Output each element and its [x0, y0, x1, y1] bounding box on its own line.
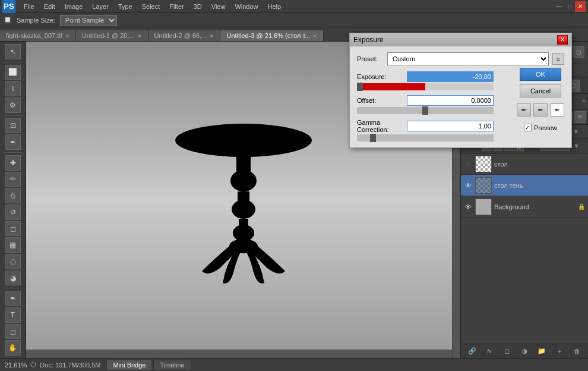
tab-label: Untitled-1 @ 20,... [82, 32, 135, 39]
fx-button[interactable]: fx [483, 346, 495, 357]
new-layer-button[interactable]: + [554, 346, 565, 357]
blur-tool[interactable]: ◌ [5, 254, 21, 269]
eyedropper-tool[interactable]: ✒ [5, 134, 21, 150]
menu-type[interactable]: Type [113, 2, 137, 11]
exposure-slider[interactable] [357, 83, 494, 90]
timeline-tab[interactable]: Timeline [153, 360, 191, 370]
preview-checkbox[interactable]: ✓ [524, 124, 532, 131]
exposure-dialog: Exposure ✕ OK Cancel ✒ ✒ ✒ ✓ Preview [349, 33, 572, 148]
folder-button[interactable]: 📁 [536, 346, 548, 357]
eyedropper-gray[interactable]: ✒ [533, 103, 548, 117]
layer-item-background[interactable]: 👁 Background 🔒 [461, 196, 588, 218]
opacity-arrow: ▼ [573, 128, 579, 135]
layer-visibility-stol-ten[interactable]: 👁 [463, 181, 473, 190]
menu-view[interactable]: View [207, 2, 230, 11]
layer-name-stol-ten: стол тень [494, 182, 586, 189]
lasso-tool[interactable]: ⌇ [5, 81, 21, 96]
shape-tool[interactable]: ◻ [5, 324, 21, 339]
menu-edit[interactable]: Edit [39, 2, 60, 11]
menu-window[interactable]: Window [230, 2, 263, 11]
menu-image[interactable]: Image [60, 2, 88, 11]
svg-point-4 [232, 200, 255, 219]
offset-slider[interactable] [357, 107, 494, 114]
close-button[interactable]: ✕ [575, 1, 586, 12]
tab-untitled1[interactable]: Untitled-1 @ 20,... ✕ [76, 30, 148, 41]
menu-file[interactable]: File [19, 2, 39, 11]
mask-button[interactable]: ◻ [501, 346, 513, 357]
brush-tool[interactable]: ✏ [5, 172, 21, 187]
panel-menu-icon[interactable]: ≡ [580, 94, 588, 109]
menu-layer[interactable]: Layer [87, 2, 113, 11]
preset-menu-button[interactable]: ≡ [552, 53, 564, 65]
panel-icon-9[interactable]: ⬡ [573, 46, 584, 58]
gamma-input[interactable] [407, 121, 494, 131]
maximize-button[interactable]: □ [564, 1, 575, 12]
text-tool[interactable]: T [5, 307, 21, 323]
dodge-tool[interactable]: ◕ [5, 271, 21, 286]
cancel-button[interactable]: Cancel [520, 84, 561, 98]
eraser-tool[interactable]: ◻ [5, 221, 21, 237]
preset-select[interactable]: Custom [387, 52, 549, 65]
svg-point-6 [233, 225, 254, 241]
horizontal-scrollbar[interactable] [26, 350, 452, 358]
zoom-icon: ⬡ [30, 361, 36, 369]
menu-filter[interactable]: Filter [165, 2, 188, 11]
layer-item-stol[interactable]: 👁 стол [461, 153, 588, 175]
gamma-slider[interactable] [357, 134, 494, 142]
layers-list: 👁 стол 👁 стол тень 👁 Background 🔒 [461, 153, 588, 344]
status-bar: 21,61% ⬡ Doc: 101,7M/300,5M Mini Bridge … [0, 358, 588, 371]
menu-items: File Edit Image Layer Type Select Filter… [19, 2, 286, 11]
sample-size-select[interactable]: Point Sample [60, 15, 117, 26]
dialog-body: OK Cancel ✒ ✒ ✒ ✓ Preview Preset: Custom [350, 46, 571, 147]
offset-input[interactable] [407, 95, 494, 106]
healing-brush[interactable]: ✚ [5, 155, 21, 171]
adjustment-button[interactable]: ◑ [519, 346, 530, 357]
delete-layer-button[interactable]: 🗑 [571, 346, 583, 357]
layer-visibility-background[interactable]: 👁 [463, 202, 473, 212]
tab-close-icon[interactable]: ✕ [312, 33, 317, 39]
menu-help[interactable]: Help [263, 2, 286, 11]
tab-close-icon[interactable]: ✕ [209, 33, 214, 39]
pen-tool[interactable]: ✒ [5, 291, 21, 306]
layer-thumb-stol-ten [475, 177, 492, 194]
history-brush[interactable]: ↺ [5, 205, 21, 220]
hand-tool[interactable]: ✋ [5, 340, 21, 356]
eyedropper-black[interactable]: ✒ [517, 103, 531, 117]
tab-close-icon[interactable]: ✕ [137, 33, 142, 39]
separator [4, 62, 22, 62]
menu-3d[interactable]: 3D [189, 2, 207, 11]
layer-item-stol-ten[interactable]: 👁 стол тень [461, 175, 588, 196]
tab-fight-skazka[interactable]: fight-skazka_007.tif ✕ [0, 30, 76, 41]
eyedropper-tools: ✒ ✒ ✒ [517, 103, 564, 117]
tab-untitled3[interactable]: Untitled-3 @ 21,6% (стол т... ✕ [220, 30, 324, 41]
menu-select[interactable]: Select [137, 2, 165, 11]
menu-bar: PS File Edit Image Layer Type Select Fil… [0, 0, 588, 13]
layer-thumb-stol [475, 156, 492, 172]
dialog-params: Exposure: Offset: Gamma Correc [357, 71, 494, 142]
clone-tool[interactable]: ⎙ [5, 188, 21, 203]
ps-logo: PS [2, 0, 15, 13]
exposure-input[interactable] [407, 71, 494, 82]
layers-bottom-bar: 🔗 fx ◻ ◑ 📁 + 🗑 [461, 344, 588, 358]
mini-bridge-tab[interactable]: Mini Bridge [106, 360, 152, 370]
gradient-tool[interactable]: ▦ [5, 237, 21, 253]
layer-name-stol: стол [494, 161, 586, 168]
link-button[interactable]: 🔗 [466, 346, 478, 357]
marquee-tool[interactable]: ⬜ [5, 65, 21, 80]
layer-visibility-stol[interactable]: 👁 [463, 159, 473, 169]
exposure-label: Exposure: [357, 73, 407, 80]
dialog-close-button[interactable]: ✕ [557, 35, 568, 45]
crop-tool[interactable]: ⊡ [5, 118, 21, 134]
offset-header: Offset: [357, 95, 494, 106]
tab-close-icon[interactable]: ✕ [65, 33, 69, 39]
preset-label: Preset: [357, 55, 384, 62]
ok-button[interactable]: OK [520, 68, 561, 81]
move-tool[interactable]: ↖ [5, 44, 21, 59]
status-left: 21,61% ⬡ Doc: 101,7M/300,5M [5, 361, 100, 369]
filter-smart[interactable]: ⊞ [574, 111, 586, 123]
eyedropper-white[interactable]: ✒ [550, 103, 564, 117]
tab-untitled2[interactable]: Untitled-2 @ 66,... ✕ [148, 30, 221, 41]
quick-select-tool[interactable]: ⚙ [5, 98, 21, 113]
left-toolbar: ↖ ⬜ ⌇ ⚙ ⊡ ✒ ✚ ✏ ⎙ ↺ ◻ ▦ ◌ ◕ ✒ T ◻ ✋ [0, 42, 26, 358]
minimize-button[interactable]: — [554, 1, 564, 12]
